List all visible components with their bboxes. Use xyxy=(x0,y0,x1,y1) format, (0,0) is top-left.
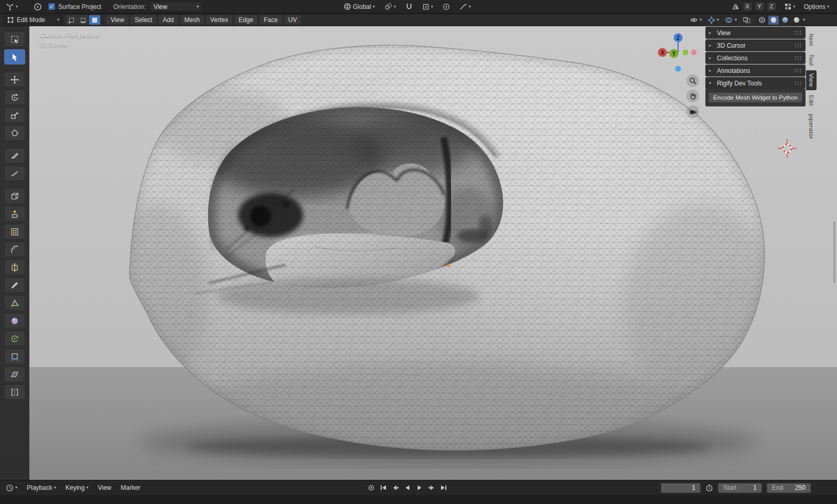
panel-view-header[interactable]: ▸ View xyxy=(705,27,806,39)
panel-grip-icon[interactable] xyxy=(794,81,802,85)
face-select-icon xyxy=(91,17,98,24)
mode-dropdown[interactable]: Edit Mode ▾ xyxy=(3,15,63,25)
play-button[interactable] xyxy=(414,483,425,492)
pan-button[interactable] xyxy=(686,90,699,102)
next-keyframe-button[interactable] xyxy=(426,483,437,492)
tool-bevel[interactable] xyxy=(4,242,25,257)
3d-viewport[interactable]: Camera Perspective (1) Sphere Z X Y xyxy=(0,26,837,480)
gizmo-x-neg-axis[interactable] xyxy=(691,50,697,56)
camera-view-button[interactable] xyxy=(686,105,699,118)
tab-view[interactable]: View xyxy=(806,70,817,90)
playback-menu[interactable]: Playback ▾ xyxy=(25,483,58,492)
tool-rotate[interactable] xyxy=(4,90,25,105)
zoom-button[interactable] xyxy=(686,74,699,87)
menu-add[interactable]: Add xyxy=(158,15,178,25)
frame-end-field[interactable]: End 250 xyxy=(767,483,811,493)
menu-vertex[interactable]: Vertex xyxy=(206,15,232,25)
jump-to-start-button[interactable] xyxy=(378,483,389,492)
tab-item[interactable]: Item xyxy=(806,30,817,49)
current-frame-field[interactable]: 1 xyxy=(661,483,701,493)
menu-select[interactable]: Select xyxy=(131,15,156,25)
panel-rigify-header[interactable]: ▾ Rigify Dev Tools xyxy=(705,77,806,89)
panel-grip-icon[interactable] xyxy=(794,68,802,73)
play-reverse-button[interactable] xyxy=(402,483,413,492)
tool-poly-build[interactable] xyxy=(4,295,25,310)
snap-settings-dropdown[interactable]: ▾ xyxy=(421,2,435,12)
surface-project-toggle[interactable]: ✓ Surface Project xyxy=(47,2,103,12)
shading-wireframe-button[interactable] xyxy=(757,16,767,25)
prev-keyframe-button[interactable] xyxy=(390,483,401,492)
shading-solid-button[interactable] xyxy=(768,16,779,25)
timer-icon[interactable] xyxy=(705,484,713,492)
menu-uv[interactable]: UV xyxy=(284,15,302,25)
options-label: Options xyxy=(804,3,825,10)
panel-grip-icon[interactable] xyxy=(794,56,802,60)
panel-grip-icon[interactable] xyxy=(794,43,802,48)
menu-view[interactable]: View xyxy=(106,15,128,25)
tab-edit[interactable]: Edit xyxy=(806,92,817,109)
jump-to-end-button[interactable] xyxy=(438,483,449,492)
panel-collections-header[interactable]: ▸ Collections xyxy=(705,52,806,64)
chevron-down-icon: ▾ xyxy=(394,5,396,9)
orientation-dropdown[interactable]: View ▾ xyxy=(150,2,202,12)
face-select-button[interactable] xyxy=(89,15,100,25)
auto-keying-button[interactable] xyxy=(366,483,377,492)
tool-transform[interactable] xyxy=(4,125,25,141)
menu-mesh[interactable]: Mesh xyxy=(180,15,204,25)
navigation-gizmo[interactable]: Z X Y xyxy=(657,30,700,74)
tool-spin[interactable] xyxy=(4,331,25,346)
pivot-point-dropdown[interactable]: ▾ xyxy=(383,2,398,12)
snap-toggle[interactable] xyxy=(404,2,414,12)
start-value: 1 xyxy=(753,484,757,491)
proportional-editing-toggle[interactable] xyxy=(441,2,452,12)
tab-tool[interactable]: Tool xyxy=(806,51,817,69)
tool-scale[interactable] xyxy=(4,108,25,123)
checkbox-checked-icon[interactable]: ✓ xyxy=(48,3,55,10)
gizmo-z-neg-axis[interactable] xyxy=(675,66,681,72)
keying-menu[interactable]: Keying ▾ xyxy=(64,483,90,492)
mirror-y-toggle[interactable]: Y xyxy=(755,2,764,11)
overlays-dropdown[interactable]: ▾ xyxy=(723,15,738,25)
tool-extrude-region[interactable] xyxy=(4,206,25,221)
tab-piperator[interactable]: piperator xyxy=(806,111,817,142)
snap-base-dropdown[interactable]: ▾ xyxy=(782,2,797,12)
encode-mesh-widget-button[interactable]: Encode Mesh Widget to Python xyxy=(709,92,802,103)
menu-edge[interactable]: Edge xyxy=(234,15,257,25)
tool-knife[interactable] xyxy=(4,277,25,293)
tool-add-cube[interactable] xyxy=(4,188,25,203)
mirror-z-toggle[interactable]: Z xyxy=(767,2,776,11)
xray-toggle[interactable] xyxy=(741,15,753,25)
tool-smooth[interactable] xyxy=(4,313,25,328)
options-dropdown[interactable]: Options ▾ xyxy=(802,2,831,12)
mirror-x-toggle[interactable]: X xyxy=(743,2,752,11)
visibility-dropdown[interactable]: ▾ xyxy=(688,15,703,25)
shading-rendered-button[interactable] xyxy=(791,16,802,25)
tool-annotate[interactable] xyxy=(4,148,25,163)
tool-inset-faces[interactable] xyxy=(4,224,25,239)
shading-material-button[interactable] xyxy=(780,16,790,25)
tool-rip-region[interactable] xyxy=(4,384,25,400)
tool-select-box[interactable] xyxy=(4,31,25,47)
timeline-view-menu[interactable]: View xyxy=(96,483,113,492)
marker-menu[interactable]: Marker xyxy=(119,483,142,492)
tool-tweak[interactable] xyxy=(4,49,25,65)
menu-face[interactable]: Face xyxy=(260,15,282,25)
edge-select-button[interactable] xyxy=(78,15,89,25)
falloff-dropdown[interactable]: ▾ xyxy=(458,2,473,12)
tool-move[interactable] xyxy=(4,72,25,87)
vertex-select-button[interactable] xyxy=(66,15,77,25)
tool-loop-cut[interactable] xyxy=(4,260,25,275)
gizmo-y-neg-axis[interactable] xyxy=(683,50,689,56)
editor-type-selector[interactable]: ▾ xyxy=(4,2,19,12)
viewport-scrollbar[interactable] xyxy=(833,221,835,283)
tool-measure[interactable] xyxy=(4,166,25,181)
tool-edge-slide[interactable] xyxy=(4,349,25,364)
timeline-editor-selector[interactable]: ▾ xyxy=(4,483,19,493)
panel-3d-cursor-header[interactable]: ▸ 3D Cursor xyxy=(705,39,806,51)
frame-start-field[interactable]: Start 1 xyxy=(718,483,762,493)
transform-orientation-dropdown[interactable]: Global ▾ xyxy=(342,2,377,12)
panel-grip-icon[interactable] xyxy=(794,30,802,35)
panel-annotations-header[interactable]: ▸ Annotations xyxy=(705,65,806,77)
gizmo-dropdown[interactable]: ▾ xyxy=(706,15,721,25)
tool-shear[interactable] xyxy=(4,367,25,382)
